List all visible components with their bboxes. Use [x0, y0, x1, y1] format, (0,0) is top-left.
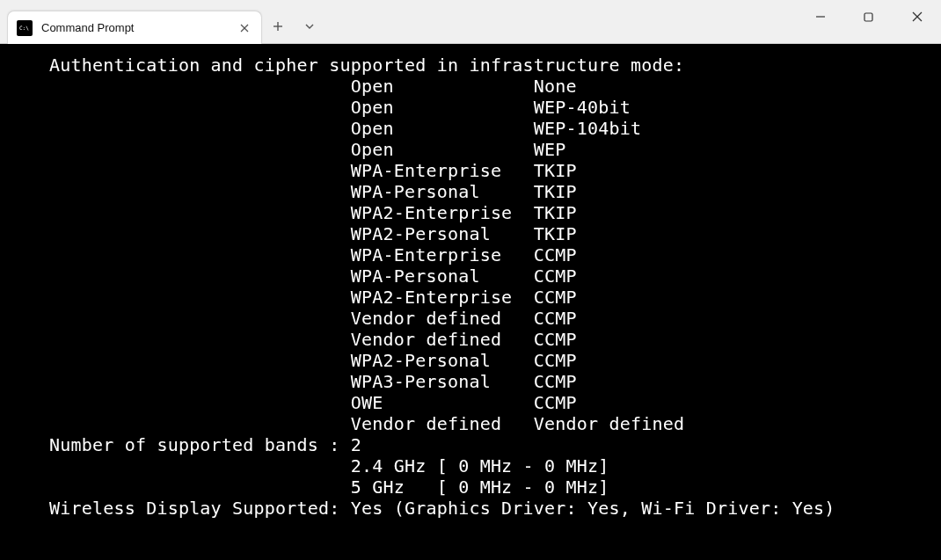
maximize-button[interactable] — [844, 0, 893, 33]
svg-text:C:\: C:\ — [19, 25, 29, 31]
close-icon — [240, 24, 249, 33]
terminal-icon: C:\ — [17, 20, 33, 36]
minimize-button[interactable] — [796, 0, 844, 33]
tab-command-prompt[interactable]: C:\ Command Prompt — [7, 11, 262, 44]
new-tab-button[interactable] — [262, 11, 294, 42]
maximize-icon — [864, 12, 873, 22]
chevron-down-icon — [304, 23, 315, 30]
tab-title: Command Prompt — [41, 21, 226, 34]
terminal-output[interactable]: Authentication and cipher supported in i… — [0, 44, 941, 560]
svg-rect-7 — [864, 13, 872, 21]
tab-dropdown-button[interactable] — [294, 11, 325, 42]
window-controls — [796, 0, 941, 33]
plus-icon — [273, 21, 283, 32]
title-bar: C:\ Command Prompt — [0, 0, 941, 44]
close-icon — [912, 11, 923, 22]
tab-close-button[interactable] — [235, 18, 254, 38]
close-window-button[interactable] — [893, 0, 941, 33]
minimize-icon — [815, 11, 826, 22]
